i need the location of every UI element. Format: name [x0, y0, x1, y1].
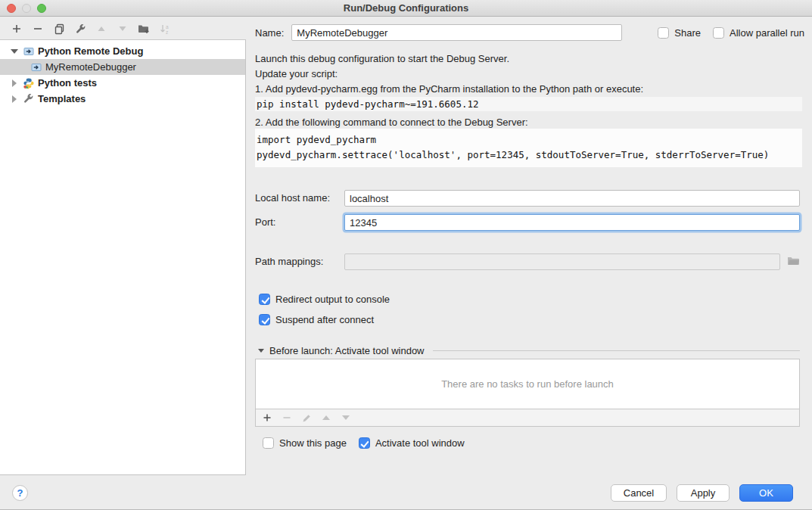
tree-item-python-tests[interactable]: Python tests [0, 75, 245, 91]
add-icon[interactable] [262, 412, 272, 423]
tree-item-python-remote-debug[interactable]: Python Remote Debug [0, 43, 245, 59]
path-mappings-label: Path mappings: [255, 253, 323, 270]
instruction-line-1: Launch this debug configuration to start… [255, 51, 509, 67]
chevron-down-icon[interactable] [11, 49, 18, 54]
tree-item-label: Templates [38, 93, 86, 104]
show-this-page-checkbox[interactable]: Show this page [263, 437, 347, 449]
python-tests-icon [23, 77, 35, 89]
before-launch-empty-text: There are no tasks to run before launch [441, 378, 614, 390]
sort-alphabetically-icon: az [159, 23, 171, 35]
port-input[interactable] [344, 214, 800, 231]
allow-parallel-run-checkbox[interactable]: Allow parallel run [713, 27, 804, 39]
move-up-icon [95, 23, 107, 35]
new-folder-icon[interactable] [138, 23, 150, 35]
code-line-settrace: pydevd_pycharm.settrace('localhost', por… [257, 148, 801, 163]
svg-text:a: a [166, 23, 169, 29]
before-launch-header[interactable]: Before launch: Activate tool window [258, 345, 800, 356]
tree-item-templates[interactable]: Templates [0, 91, 245, 107]
remove-icon [282, 412, 292, 423]
remote-debug-config-icon [30, 61, 42, 73]
suspend-after-connect-checkbox[interactable]: Suspend after connect [259, 314, 374, 325]
help-button[interactable]: ? [12, 485, 28, 501]
path-mappings-row: Path mappings: [255, 253, 800, 270]
share-label: Share [674, 27, 701, 39]
show-this-page-label: Show this page [279, 437, 347, 449]
redirect-output-checkbox[interactable]: Redirect output to console [259, 294, 390, 305]
tree-item-label: Python tests [38, 77, 97, 89]
apply-button[interactable]: Apply [677, 484, 730, 502]
tree-item-label: MyRemoteDebugger [45, 61, 136, 73]
suspend-after-connect-label: Suspend after connect [275, 314, 374, 325]
instruction-step-2: 2. Add the following command to connect … [255, 115, 528, 130]
pip-install-command: pip install pydevd-pycharm~=191.6605.12 [255, 97, 802, 111]
configurations-tree: Python Remote Debug MyRemoteDebugger Pyt… [0, 39, 246, 475]
activate-tool-window-checkbox[interactable]: Activate tool window [359, 437, 465, 449]
svg-text:z: z [166, 30, 168, 35]
code-line-import: import pydevd_pycharm [257, 132, 801, 148]
chevron-right-icon[interactable] [11, 95, 18, 103]
checkbox-icon[interactable] [263, 437, 274, 449]
instruction-line-2: Update your script: [255, 67, 338, 82]
window-title: Run/Debug Configurations [0, 2, 812, 14]
ok-button[interactable]: OK [739, 484, 793, 502]
remove-icon[interactable] [32, 23, 44, 35]
configurations-toolbar: az [11, 18, 171, 39]
path-mappings-input[interactable] [344, 253, 780, 270]
settrace-code-block: import pydevd_pycharm pydevd_pycharm.set… [255, 129, 802, 167]
tree-item-myremotedebugger[interactable]: MyRemoteDebugger [0, 59, 245, 75]
move-down-icon [341, 412, 351, 423]
local-host-label: Local host name: [255, 190, 330, 207]
redirect-output-label: Redirect output to console [275, 294, 390, 305]
port-label: Port: [255, 214, 275, 231]
checkbox-icon[interactable] [713, 27, 724, 39]
before-launch-task-list[interactable]: There are no tasks to run before launch [255, 359, 800, 409]
wrench-icon [23, 93, 35, 105]
separator-line [433, 350, 800, 351]
chevron-down-icon[interactable] [258, 349, 264, 353]
name-row: Name: Share Allow parallel run [255, 24, 804, 41]
remote-debug-config-icon [23, 45, 35, 58]
allow-parallel-run-label: Allow parallel run [730, 27, 804, 39]
port-row: Port: [255, 214, 800, 231]
chevron-right-icon[interactable] [11, 79, 18, 87]
move-up-icon [321, 412, 331, 423]
name-input[interactable] [291, 24, 622, 41]
before-launch-toolbar [255, 409, 800, 427]
move-down-icon [117, 23, 129, 35]
activate-tool-window-label: Activate tool window [375, 437, 465, 449]
checkbox-icon[interactable] [259, 294, 270, 305]
title-bar: Run/Debug Configurations [0, 0, 812, 17]
footer-options: Show this page Activate tool window [263, 437, 465, 449]
question-mark-icon: ? [17, 487, 23, 499]
tree-item-label: Python Remote Debug [38, 45, 143, 57]
checkbox-icon[interactable] [259, 314, 270, 325]
copy-icon[interactable] [53, 23, 65, 35]
edit-defaults-wrench-icon[interactable] [74, 23, 86, 35]
checkbox-icon[interactable] [658, 27, 669, 39]
browse-folder-icon[interactable] [787, 256, 800, 269]
local-host-row: Local host name: [255, 190, 800, 207]
name-label: Name: [255, 27, 284, 39]
cancel-button[interactable]: Cancel [611, 484, 667, 502]
share-checkbox[interactable]: Share [658, 27, 701, 39]
local-host-input[interactable] [344, 190, 800, 207]
before-launch-title: Before launch: Activate tool window [269, 345, 425, 356]
edit-pencil-icon [301, 412, 312, 423]
add-icon[interactable] [11, 23, 23, 35]
checkbox-icon[interactable] [359, 437, 370, 449]
instruction-step-1: 1. Add pydevd-pycharm.egg from the PyCha… [255, 82, 643, 97]
